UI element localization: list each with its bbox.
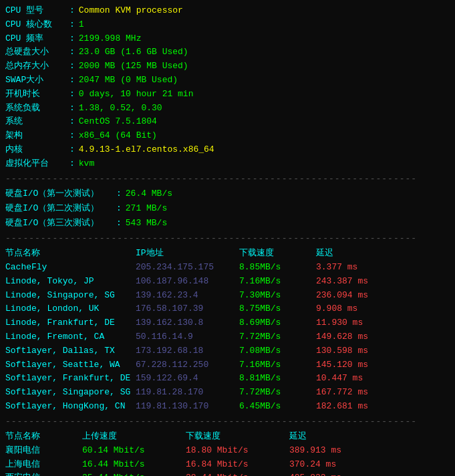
sysinfo-colon: : [69, 45, 75, 60]
th-ip: IP地址 [136, 246, 239, 261]
sysinfo-label: CPU 型号 [5, 4, 65, 18]
td-name: Softlayer, HongKong, CN [5, 400, 136, 414]
td-lat: 9.908 ms [316, 302, 396, 316]
td-name: Softlayer, Singapore, SG [5, 386, 136, 400]
td-dl: 7.72MB/s [239, 330, 316, 344]
sysinfo-label: 系统 [5, 115, 65, 129]
td-ip: 139.162.23.4 [136, 289, 239, 303]
sysinfo-label: 总硬盘大小 [5, 45, 65, 60]
sysinfo-colon: : [69, 32, 75, 46]
td-lat: 243.387 ms [316, 275, 396, 289]
td2-name: 西安电信 [5, 471, 82, 476]
sysinfo-section: CPU 型号 : Common KVM processor CPU 核心数 : … [5, 4, 450, 171]
sysinfo-colon: : [69, 4, 75, 18]
td-name: Linode, London, UK [5, 302, 136, 316]
sysinfo-value: 1 [79, 18, 84, 32]
sysinfo-value: 23.0 GB (1.6 GB Used) [79, 45, 188, 60]
td2-lat: 389.913 ms [289, 444, 369, 458]
network-row: Linode, Fremont, CA 50.116.14.9 7.72MB/s… [5, 330, 450, 344]
td-ip: 176.58.107.39 [136, 302, 239, 316]
network-table-section: 节点名称 IP地址 下载速度 延迟 CacheFly 205.234.175.1… [5, 246, 450, 414]
th-lat: 延迟 [316, 246, 396, 261]
td-ip: 173.192.68.18 [136, 344, 239, 358]
network-table-header: 节点名称 IP地址 下载速度 延迟 [5, 246, 450, 261]
td-lat: 236.094 ms [316, 289, 396, 303]
th2-dl: 下载速度 [186, 429, 289, 444]
td-dl: 7.72MB/s [239, 386, 316, 400]
cn-network-table-header: 节点名称 上传速度 下载速度 延迟 [5, 429, 450, 444]
sysinfo-label: SWAP大小 [5, 74, 65, 88]
sysinfo-row: CPU 型号 : Common KVM processor [5, 4, 450, 18]
network-row: Softlayer, Seattle, WA 67.228.112.250 7.… [5, 358, 450, 372]
sysinfo-value: CentOS 7.5.1804 [79, 115, 157, 129]
td-dl: 8.69MB/s [239, 316, 316, 330]
td-lat: 10.447 ms [316, 372, 396, 386]
td-dl: 7.08MB/s [239, 344, 316, 358]
disk-label: 硬盘I/O（第三次测试） [5, 216, 112, 231]
sysinfo-label: CPU 频率 [5, 32, 65, 46]
td2-ul: 60.14 Mbit/s [82, 444, 186, 458]
sysinfo-value: kvm [79, 157, 94, 171]
sysinfo-value: 2047 MB (0 MB Used) [79, 74, 178, 88]
sysinfo-value: 4.9.13-1.el7.centos.x86_64 [79, 143, 214, 157]
sysinfo-row: SWAP大小 : 2047 MB (0 MB Used) [5, 74, 450, 88]
sysinfo-row: CPU 核心数 : 1 [5, 18, 450, 32]
sysinfo-row: 总内存大小 : 2000 MB (125 MB Used) [5, 60, 450, 74]
network-row: Softlayer, Dallas, TX 173.192.68.18 7.08… [5, 344, 450, 358]
sysinfo-row: 系统 : CentOS 7.5.1804 [5, 115, 450, 129]
td-name: Softlayer, Dallas, TX [5, 344, 136, 358]
sysinfo-value: Common KVM processor [79, 4, 183, 18]
disk-row: 硬盘I/O（第二次测试） : 271 MB/s [5, 201, 450, 216]
sysinfo-label: CPU 核心数 [5, 18, 65, 32]
td-ip: 119.81.28.170 [136, 386, 239, 400]
td-name: Softlayer, Seattle, WA [5, 358, 136, 372]
cn-network-row: 上海电信 16.44 Mbit/s 16.84 Mbit/s 370.24 ms [5, 458, 450, 472]
td2-dl: 28.44 Mbit/s [186, 471, 289, 476]
td2-lat: 405.822 ms [289, 471, 369, 476]
sysinfo-label: 总内存大小 [5, 60, 65, 74]
sysinfo-value: 2199.998 MHz [79, 32, 142, 46]
divider-3: ----------------------------------------… [5, 416, 450, 427]
disk-value: 26.4 MB/s [126, 187, 172, 201]
network-row: Linode, Tokyo, JP 106.187.96.148 7.16MB/… [5, 275, 450, 289]
sysinfo-label: 系统负载 [5, 102, 65, 116]
sysinfo-colon: : [69, 88, 75, 102]
disk-row: 硬盘I/O（第一次测试） : 26.4 MB/s [5, 187, 450, 201]
sysinfo-colon: : [69, 102, 75, 116]
td-lat: 11.930 ms [316, 316, 396, 330]
td-name: Linode, Tokyo, JP [5, 275, 136, 289]
disk-colon: : [116, 201, 122, 216]
td2-dl: 18.80 Mbit/s [186, 444, 289, 458]
divider-2: ----------------------------------------… [5, 233, 450, 243]
sysinfo-value: 1.38, 0.52, 0.30 [79, 102, 162, 116]
sysinfo-row: 系统负载 : 1.38, 0.52, 0.30 [5, 102, 450, 116]
td-ip: 67.228.112.250 [136, 358, 239, 372]
td-ip: 119.81.130.170 [136, 400, 239, 414]
network-row: Softlayer, Singapore, SG 119.81.28.170 7… [5, 386, 450, 400]
disk-section: 硬盘I/O（第一次测试） : 26.4 MB/s 硬盘I/O（第二次测试） : … [5, 187, 450, 231]
sysinfo-label: 架构 [5, 129, 65, 143]
td-ip: 139.162.130.8 [136, 316, 239, 330]
td-lat: 182.681 ms [316, 400, 396, 414]
td2-name: 襄阳电信 [5, 444, 82, 458]
sysinfo-colon: : [69, 115, 75, 129]
sysinfo-colon: : [69, 143, 75, 157]
sysinfo-row: 总硬盘大小 : 23.0 GB (1.6 GB Used) [5, 45, 450, 60]
sysinfo-row: CPU 频率 : 2199.998 MHz [5, 32, 450, 46]
td-name: Linode, Fremont, CA [5, 330, 136, 344]
td2-ul: 16.44 Mbit/s [82, 458, 186, 472]
td2-name: 上海电信 [5, 458, 82, 472]
th2-lat: 延迟 [289, 429, 369, 444]
divider-1: ----------------------------------------… [5, 174, 450, 184]
disk-value: 271 MB/s [126, 201, 167, 216]
sysinfo-label: 内核 [5, 143, 65, 157]
th2-ul: 上传速度 [82, 429, 186, 444]
sysinfo-value: 0 days, 10 hour 21 min [79, 88, 194, 102]
sysinfo-row: 开机时长 : 0 days, 10 hour 21 min [5, 88, 450, 102]
network-row: Linode, Frankfurt, DE 139.162.130.8 8.69… [5, 316, 450, 330]
td-dl: 8.75MB/s [239, 302, 316, 316]
th-dl: 下载速度 [239, 246, 316, 261]
network-row: Linode, London, UK 176.58.107.39 8.75MB/… [5, 302, 450, 316]
disk-row: 硬盘I/O（第三次测试） : 543 MB/s [5, 216, 450, 231]
network-row: Linode, Singapore, SG 139.162.23.4 7.30M… [5, 289, 450, 303]
